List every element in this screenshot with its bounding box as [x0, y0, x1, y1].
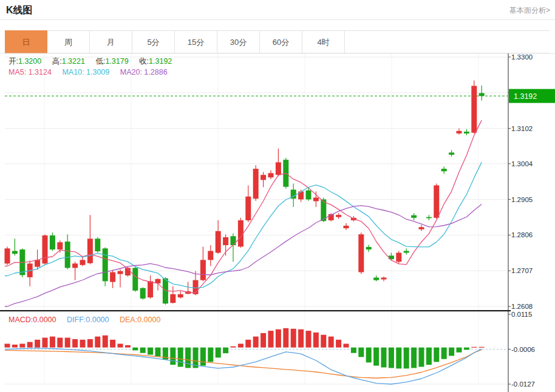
svg-text:1.2608: 1.2608 [511, 303, 533, 310]
svg-text:1.2806: 1.2806 [511, 231, 533, 238]
ma-legend: MA5: 1.3124 MA10: 1.3009 MA20: 1.2886 [9, 68, 176, 76]
diff-value: DIFF:0.0000 [67, 316, 109, 324]
svg-text:1.2707: 1.2707 [511, 267, 533, 274]
svg-text:1.3102: 1.3102 [511, 125, 533, 132]
svg-text:0.0115: 0.0115 [511, 311, 532, 318]
kline-page: K线图 基本面分析> 日周月5分15分30分60分4时 1.33001.3201… [0, 0, 555, 392]
ma10-value: MA10: 1.3009 [62, 68, 109, 76]
svg-text:-0.0006: -0.0006 [511, 346, 535, 353]
ma5-value: MA5: 1.3124 [9, 68, 52, 76]
svg-text:-0.0127: -0.0127 [511, 380, 535, 388]
svg-text:1.3300: 1.3300 [511, 53, 533, 61]
macd-legend: MACD:0.0000 DIFF:0.0000 DEA:0.0000 [9, 316, 169, 324]
low-value: 低:1.3179 [95, 57, 128, 66]
svg-text:1.2905: 1.2905 [511, 196, 533, 203]
open-value: 开:1.3200 [9, 57, 41, 66]
macd-value: MACD:0.0000 [9, 316, 56, 324]
svg-text:1.3192: 1.3192 [514, 92, 537, 101]
ohlc-legend: 开:1.3200 高:1.3221 低:1.3179 收:1.3192 [9, 56, 180, 67]
close-value: 收:1.3192 [139, 57, 172, 66]
ma20-value: MA20: 1.2886 [120, 68, 168, 76]
dea-value: DEA:0.0000 [120, 316, 160, 324]
high-value: 高:1.3221 [52, 57, 85, 66]
svg-text:1.3004: 1.3004 [511, 160, 533, 167]
